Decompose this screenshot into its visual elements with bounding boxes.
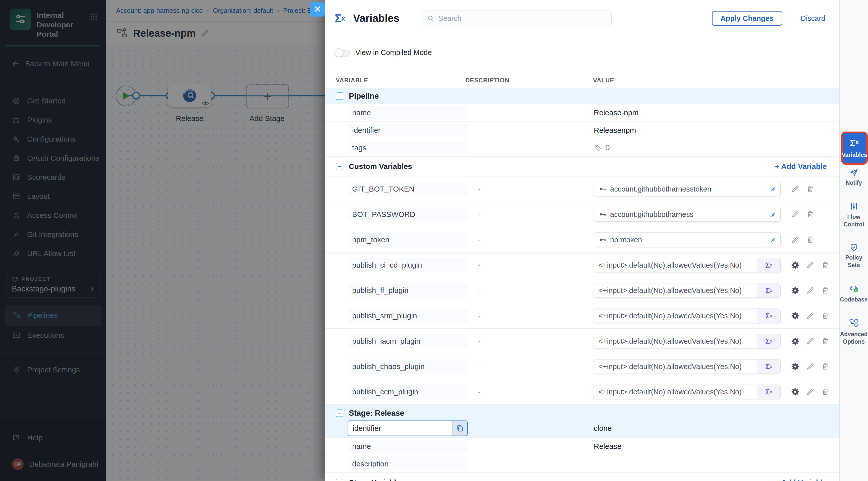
compiled-mode-row: View in Compiled Mode (325, 37, 839, 57)
cell-description: - (478, 236, 594, 244)
delete-variable-button[interactable] (805, 184, 816, 195)
variable-name-field[interactable]: description (348, 457, 468, 471)
rail-tab-label: Advanced Options (840, 331, 868, 346)
variable-name-field[interactable]: tags (348, 141, 468, 154)
row-actions (789, 361, 831, 372)
add-variable-button[interactable]: + Add Variable (775, 162, 827, 171)
copy-icon[interactable] (452, 421, 467, 436)
expression-sigma-button[interactable]: Σx (757, 283, 780, 297)
cell-description: - (478, 185, 594, 193)
rail-tab-codebase[interactable]: Codebase (840, 283, 868, 303)
variable-name-field[interactable]: GIT_BOT_TOKEN (348, 182, 468, 196)
edit-variable-button[interactable] (789, 184, 801, 195)
table-row: publish_iacm_plugin-<+input>.default(No)… (325, 329, 839, 354)
delete-variable-button[interactable] (805, 209, 816, 220)
key-icon (598, 185, 607, 193)
delete-variable-button[interactable] (820, 260, 831, 270)
cell-value: <+input>.default(No).allowedValues(Yes,N… (594, 258, 839, 272)
edit-variable-button[interactable] (805, 361, 816, 372)
key-icon (598, 211, 607, 218)
edit-variable-button[interactable] (789, 234, 801, 245)
variable-value-input[interactable]: <+input>.default(No).allowedValues(Yes,N… (594, 283, 781, 298)
rail-tab-policy-sets[interactable]: Policy Sets (840, 243, 868, 269)
delete-variable-button[interactable] (820, 310, 831, 321)
edit-variable-button[interactable] (805, 386, 816, 397)
expression-sigma-button[interactable]: Σx (757, 334, 780, 348)
compiled-mode-toggle[interactable] (335, 49, 350, 57)
cell-variable: GIT_BOT_TOKEN (348, 182, 478, 196)
runtime-input-text: <+input>.default(No).allowedValues(Yes,N… (594, 362, 757, 371)
variable-name-field[interactable]: publish_ci_cd_plugin (348, 258, 468, 272)
cell-description: - (478, 312, 594, 320)
search-input[interactable]: Search (422, 10, 612, 26)
variable-value-input[interactable]: <+input>.default(No).allowedValues(Yes,N… (594, 359, 781, 374)
collapse-minus-icon[interactable]: − (336, 92, 343, 100)
row-actions (789, 386, 831, 397)
expression-sigma-button[interactable]: Σx (757, 359, 780, 374)
variable-name-field[interactable]: npm_token (348, 233, 468, 247)
pin-icon[interactable] (765, 233, 780, 247)
tags-count: 0 (605, 143, 610, 152)
collapse-minus-icon[interactable]: − (336, 163, 343, 170)
configure-variable-button[interactable] (789, 335, 801, 347)
collapse-minus-icon[interactable]: − (336, 410, 343, 417)
variable-name-field[interactable]: identifier (348, 124, 468, 137)
variable-value-input[interactable]: account.githubbotharnesstoken (594, 182, 781, 196)
rail-tab-variables[interactable]: ΣxVariables (841, 132, 868, 165)
variable-name-field[interactable]: name (348, 440, 468, 453)
delete-variable-button[interactable] (820, 285, 831, 296)
expression-sigma-button[interactable]: Σx (757, 258, 780, 272)
close-drawer-button[interactable]: ✕ (310, 2, 325, 17)
add-variable-button[interactable]: + Add Variable (775, 478, 827, 481)
edit-variable-button[interactable] (805, 260, 816, 270)
cell-value: Releasenpm (594, 126, 839, 134)
cell-variable: publish_ff_plugin (348, 283, 478, 297)
rail-tab-advanced-options[interactable]: Advanced Options (840, 318, 868, 346)
delete-variable-button[interactable] (820, 335, 831, 347)
variable-value-input[interactable]: <+input>.default(No).allowedValues(Yes,N… (594, 334, 781, 348)
collapse-minus-icon[interactable]: − (336, 479, 343, 481)
edit-variable-button[interactable] (805, 285, 816, 296)
pin-icon[interactable] (765, 207, 780, 221)
apply-changes-button[interactable]: Apply Changes (712, 11, 782, 26)
configure-variable-button[interactable] (789, 310, 801, 321)
code-check-icon (849, 283, 859, 293)
configure-variable-button[interactable] (789, 285, 801, 296)
variables-table: −PipelinenameRelease-npmidentifierReleas… (325, 88, 839, 481)
variable-name-field[interactable]: publish_chaos_plugin (348, 359, 468, 374)
cell-description: - (478, 337, 594, 346)
configure-variable-button[interactable] (789, 361, 801, 372)
variable-name-field[interactable]: name (348, 106, 468, 119)
variable-value-input[interactable]: <+input>.default(No).allowedValues(Yes,N… (594, 258, 781, 272)
delete-variable-button[interactable] (820, 386, 831, 397)
variable-value-input[interactable]: <+input>.default(No).allowedValues(Yes,N… (594, 309, 781, 323)
edit-variable-button[interactable] (805, 310, 816, 321)
configure-variable-button[interactable] (789, 386, 801, 397)
discard-button[interactable]: Discard (801, 14, 825, 23)
stage-identifier-input[interactable]: identifier (348, 420, 468, 436)
variable-value-input[interactable]: <+input>.default(No).allowedValues(Yes,N… (594, 385, 781, 399)
variable-name-field[interactable]: publish_ccm_plugin (348, 385, 468, 399)
expression-sigma-button[interactable]: Σx (757, 385, 780, 399)
variable-name-field[interactable]: publish_ff_plugin (348, 283, 468, 297)
variable-value-input[interactable]: account.githubbotharness (594, 207, 781, 222)
variable-value-input[interactable]: npmtoken (594, 232, 781, 247)
row-actions (789, 209, 816, 220)
configure-variable-button[interactable] (789, 260, 801, 270)
col-variable: VARIABLE (336, 77, 465, 84)
variable-name-field[interactable]: BOT_PASSWORD (348, 207, 468, 221)
expression-sigma-button[interactable]: Σx (757, 309, 780, 323)
variable-name-field[interactable]: publish_srm_plugin (348, 309, 468, 323)
rail-tab-notify[interactable]: Notify (840, 168, 868, 187)
pin-icon[interactable] (765, 182, 780, 196)
table-row: nameRelease (325, 438, 839, 455)
cell-variable: identifier (348, 420, 478, 436)
edit-variable-button[interactable] (789, 209, 801, 220)
drawer-body: View in Compiled Mode VARIABLE DESCRIPTI… (325, 37, 839, 481)
delete-variable-button[interactable] (805, 234, 816, 245)
delete-variable-button[interactable] (820, 361, 831, 372)
edit-variable-button[interactable] (805, 335, 816, 347)
variable-name-field[interactable]: publish_iacm_plugin (348, 334, 468, 348)
cell-value: <+input>.default(No).allowedValues(Yes,N… (594, 359, 839, 374)
rail-tab-flow-control[interactable]: Flow Control (840, 201, 868, 228)
